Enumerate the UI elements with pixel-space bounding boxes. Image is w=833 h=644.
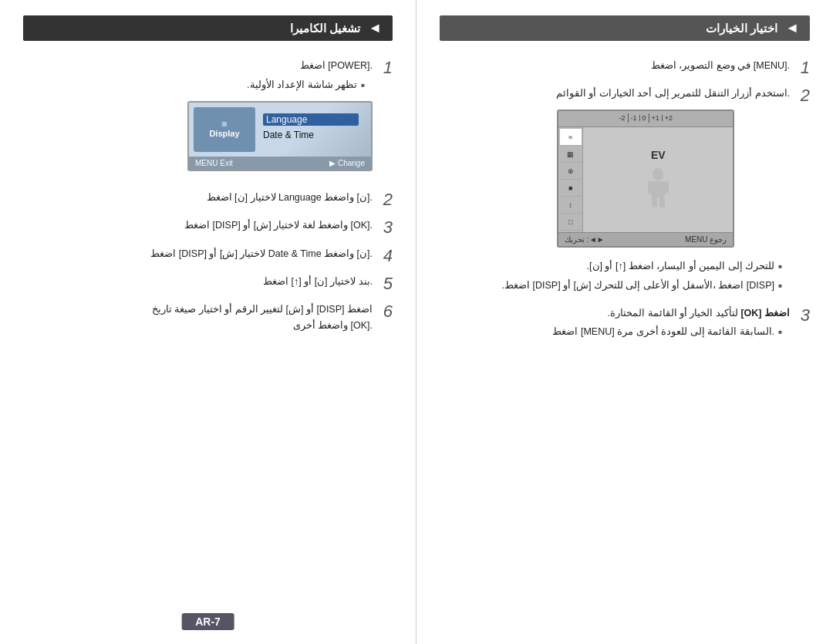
step-number-1: 1 [379, 58, 393, 78]
right-column: ◄ تشغيل الكاميرا 1 .[POWER] اضغط تظهر شا… [0, 0, 416, 644]
step-number-3: 3 [379, 217, 393, 238]
step-3-bold: اضغط [OK] [740, 308, 790, 319]
header-arrow-left: ◄ [785, 20, 799, 36]
menu-icon-5: ↕ [560, 197, 582, 214]
menu-icon-2: ▦ [560, 146, 582, 163]
display-label: Display [209, 129, 239, 138]
display-item-language[interactable]: Language [263, 113, 359, 126]
camera-menu-footer-left: MENU رجوع [685, 235, 727, 244]
ev-tick [649, 113, 649, 123]
svg-rect-1 [651, 181, 665, 198]
left-section-header: ◄ اختيار الخيارات [440, 15, 810, 41]
step-number-4: 4 [379, 246, 393, 266]
step-4-text: .[ن] واضغط Date & Time لاختيار [ش] أو [D… [150, 246, 373, 262]
menu-icon-3: ⊕ [560, 163, 582, 180]
step-3-rest: لتأكيد الخيار أو القائمة المختارة. [608, 308, 738, 319]
step-5-text: .بند لاختيار [ن] أو [↑] اضغط [263, 274, 373, 290]
camera-menu: -2 -1 0 +1 +2 [557, 110, 734, 248]
menu-icons: ≈ ▦ ⊕ ■ ↕ □ [558, 127, 583, 232]
camera-silhouette [635, 164, 681, 211]
camera-menu-body: ≈ ▦ ⊕ ■ ↕ □ EV [558, 127, 733, 232]
left-step-1-text: .[MENU] في وضع التصوير، اضغط [651, 58, 790, 74]
menu-icon-6: □ [560, 214, 582, 231]
step-number-6: 6 [379, 302, 393, 322]
bullet-2: [DISP] اضغط ،الأسفل أو الأعلى إلى للتحرك… [502, 278, 782, 294]
ev-label: EV [651, 149, 666, 161]
right-header-title: تشغيل الكاميرا [290, 22, 360, 35]
display-footer-right: ▶ Change [329, 159, 365, 167]
right-step-2: 2 .[ن] واضغط Language لاختيار [ن] اضغط [23, 190, 393, 210]
step-number-2: 2 [379, 190, 393, 210]
left-step-3-text: اضغط [OK] لتأكيد الخيار أو القائمة المخت… [552, 305, 790, 322]
display-screen-footer: MENU Exit ▶ Change [189, 157, 371, 170]
right-step-5: 5 .بند لاختيار [ن] أو [↑] اضغط [23, 274, 393, 294]
step-2-text: .[ن] واضغط Language لاختيار [ن] اضغط [207, 190, 373, 206]
right-step-4: 4 .[ن] واضغط Date & Time لاختيار [ش] أو … [23, 246, 393, 266]
right-step-6: 6 اضغط [DISP] أو [ش] لتغيير الرقم أو اخت… [23, 302, 393, 333]
header-arrow-right: ◄ [368, 20, 382, 36]
ev-tick [628, 113, 629, 123]
left-column: ◄ اختيار الخيارات 1 .[MENU] في وضع التصو… [416, 0, 833, 644]
menu-icon-4: ■ [560, 180, 582, 197]
svg-rect-3 [664, 181, 669, 194]
svg-rect-5 [659, 197, 665, 207]
left-step-number-1: 1 [796, 58, 810, 78]
page: ◄ تشغيل الكاميرا 1 .[POWER] اضغط تظهر شا… [0, 0, 833, 644]
left-header-title: اختيار الخيارات [706, 22, 777, 35]
left-step-3: 3 اضغط [OK] لتأكيد الخيار أو القائمة الم… [440, 305, 810, 344]
left-step-number-2: 2 [796, 86, 810, 106]
svg-point-0 [653, 168, 663, 180]
step-number-5: 5 [379, 274, 393, 294]
right-step-3: 3 .[OK] واضغط لغة لاختيار [ش] أو [DISP] … [23, 217, 393, 238]
ev-tick [639, 115, 640, 121]
ev-bar: -2 -1 0 +1 +2 [619, 113, 673, 123]
menu-icon-ev: ≈ [560, 129, 582, 146]
display-screen: ▦ Display Language Date & Time MENU Exit… [187, 101, 373, 171]
display-right-panel: Language Date & Time [255, 107, 366, 152]
display-icon: ▦ [221, 120, 228, 127]
display-footer-left: MENU Exit [195, 159, 233, 167]
left-step-2: 2 .استخدم أزرار التنقل للتمرير إلى أحد ا… [440, 86, 810, 297]
page-number: AR-7 [181, 613, 234, 630]
step-1-bullet: تظهر شاشة الإعداد الأولية. [187, 77, 365, 93]
display-item-datetime[interactable]: Date & Time [263, 130, 359, 140]
svg-rect-4 [652, 197, 657, 207]
display-left-panel: ▦ Display [194, 107, 255, 152]
left-step-2-text: .استخدم أزرار التنقل للتمرير إلى أحد الخ… [502, 86, 790, 102]
right-section-header: ◄ تشغيل الكاميرا [23, 15, 393, 41]
step-2-bullets: للتحرك إلى اليمين أو اليسار، اضغط [↑] أو… [502, 258, 782, 295]
ev-tick [662, 115, 663, 121]
camera-menu-topbar: -2 -1 0 +1 +2 [558, 111, 733, 127]
bullet-1: للتحرك إلى اليمين أو اليسار، اضغط [↑] أو… [502, 258, 782, 275]
right-step-1: 1 .[POWER] اضغط تظهر شاشة الإعداد الأولي… [23, 58, 393, 182]
camera-menu-bottombar: تحريك :◄► MENU رجوع [558, 232, 733, 246]
left-step-number-3: 3 [796, 305, 810, 325]
display-screen-body: ▦ Display Language Date & Time [189, 103, 371, 157]
step-3-bullet: .السابقة القائمة إلى للعودة أخرى مرة [ME… [552, 324, 782, 340]
step-1-text: .[POWER] اضغط [187, 58, 373, 74]
step-6-text: اضغط [DISP] أو [ش] لتغيير الرقم أو اختيا… [152, 302, 373, 333]
camera-menu-footer-right: تحريك :◄► [565, 235, 604, 244]
step-3-text: .[OK] واضغط لغة لاختيار [ش] أو [DISP] اض… [184, 217, 373, 234]
menu-main-content: EV [583, 127, 733, 232]
left-step-1: 1 .[MENU] في وضع التصوير، اضغط [440, 58, 810, 78]
svg-rect-2 [648, 181, 653, 194]
